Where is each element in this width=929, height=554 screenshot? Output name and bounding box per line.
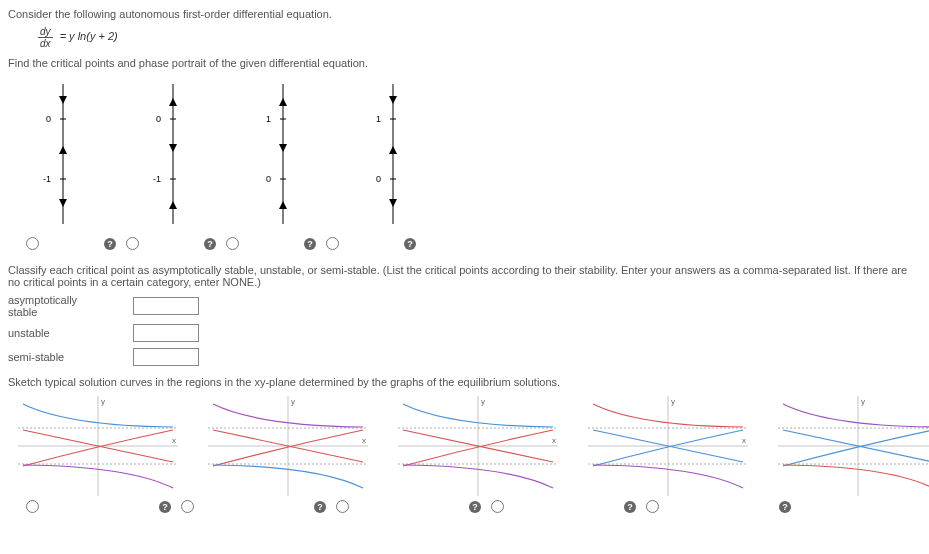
input-unstable[interactable] xyxy=(133,324,199,342)
hint-icon[interactable]: ? xyxy=(469,501,481,513)
svg-text:x: x xyxy=(742,436,746,445)
hint-icon[interactable]: ? xyxy=(314,501,326,513)
solution-radio-row: ? ? ? ? ? xyxy=(26,500,921,513)
hint-icon[interactable]: ? xyxy=(404,238,416,250)
phase-portrait-1: 0 -1 xyxy=(28,79,88,229)
hint-icon[interactable]: ? xyxy=(304,238,316,250)
label-asymptotic: asymptotically stable xyxy=(8,294,108,318)
input-asymptotic[interactable] xyxy=(133,297,199,315)
svg-text:y: y xyxy=(291,397,295,406)
svg-text:y: y xyxy=(101,397,105,406)
question-find-critical: Find the critical points and phase portr… xyxy=(8,57,921,69)
svg-text:x: x xyxy=(362,436,366,445)
svg-text:1: 1 xyxy=(266,114,271,124)
svg-text:y: y xyxy=(861,397,865,406)
phase-portrait-options: 0 -1 0 -1 1 0 1 0 xyxy=(28,79,921,229)
solution-plot-5: x y xyxy=(778,396,929,496)
denominator: dx xyxy=(38,38,53,49)
hint-icon[interactable]: ? xyxy=(204,238,216,250)
question-intro: Consider the following autonomous first-… xyxy=(8,8,921,20)
sol-option-4-radio[interactable] xyxy=(491,500,504,513)
input-semi[interactable] xyxy=(133,348,199,366)
sol-option-2-radio[interactable] xyxy=(181,500,194,513)
svg-text:-1: -1 xyxy=(43,174,51,184)
numerator: dy xyxy=(38,26,53,38)
phase-option-1-radio[interactable] xyxy=(26,237,39,250)
sol-option-1-radio[interactable] xyxy=(26,500,39,513)
phase-portrait-2: 0 -1 xyxy=(138,79,198,229)
solution-option-3: x y xyxy=(398,396,558,496)
phase-option-4: 1 0 xyxy=(358,79,418,229)
sol-option-5-radio[interactable] xyxy=(646,500,659,513)
hint-icon[interactable]: ? xyxy=(104,238,116,250)
solution-curve-options: x y x y x y x y xyxy=(18,396,921,496)
solution-plot-3: x y xyxy=(398,396,558,496)
svg-text:0: 0 xyxy=(266,174,271,184)
phase-option-3-radio[interactable] xyxy=(226,237,239,250)
phase-radio-row: ? ? ? ? xyxy=(26,237,921,250)
label-unstable: unstable xyxy=(8,327,108,339)
phase-option-1: 0 -1 xyxy=(28,79,88,229)
phase-option-3: 1 0 xyxy=(248,79,308,229)
solution-option-2: x y xyxy=(208,396,368,496)
solution-plot-2: x y xyxy=(208,396,368,496)
hint-icon[interactable]: ? xyxy=(779,501,791,513)
svg-text:0: 0 xyxy=(156,114,161,124)
equation-rhs: = y ln(y + 2) xyxy=(60,30,118,42)
solution-plot-4: x y xyxy=(588,396,748,496)
solution-option-4: x y xyxy=(588,396,748,496)
phase-option-2-radio[interactable] xyxy=(126,237,139,250)
hint-icon[interactable]: ? xyxy=(159,501,171,513)
solution-option-1: x y xyxy=(18,396,178,496)
phase-portrait-4: 1 0 xyxy=(358,79,418,229)
solution-plot-1: x y xyxy=(18,396,178,496)
svg-text:-1: -1 xyxy=(153,174,161,184)
sol-option-3-radio[interactable] xyxy=(336,500,349,513)
svg-text:x: x xyxy=(552,436,556,445)
label-semi: semi-stable xyxy=(8,351,108,363)
hint-icon[interactable]: ? xyxy=(624,501,636,513)
question-sketch: Sketch typical solution curves in the re… xyxy=(8,376,921,388)
question-classify: Classify each critical point as asymptot… xyxy=(8,264,921,288)
solution-option-5: x y xyxy=(778,396,929,496)
svg-text:0: 0 xyxy=(376,174,381,184)
svg-text:0: 0 xyxy=(46,114,51,124)
differential-equation: dy dx = y ln(y + 2) xyxy=(38,26,921,49)
svg-text:x: x xyxy=(172,436,176,445)
phase-option-4-radio[interactable] xyxy=(326,237,339,250)
fraction: dy dx xyxy=(38,26,53,49)
svg-text:y: y xyxy=(671,397,675,406)
phase-portrait-3: 1 0 xyxy=(248,79,308,229)
svg-text:y: y xyxy=(481,397,485,406)
svg-text:1: 1 xyxy=(376,114,381,124)
phase-option-2: 0 -1 xyxy=(138,79,198,229)
